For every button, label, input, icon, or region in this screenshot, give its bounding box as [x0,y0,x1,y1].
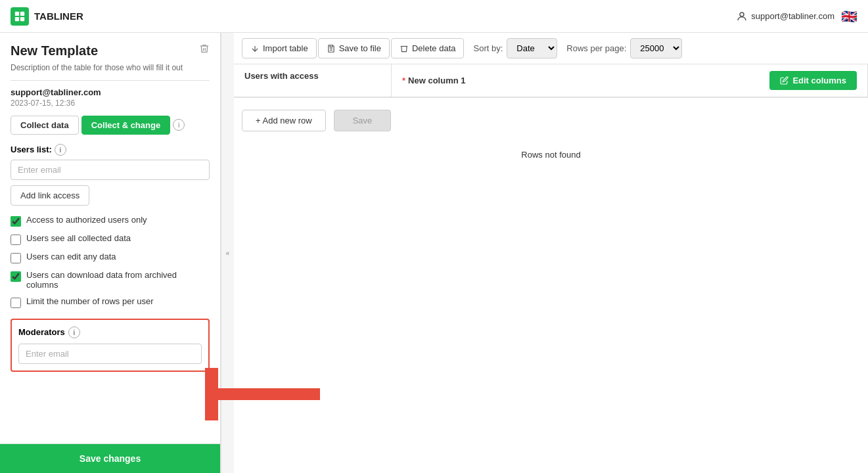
delete-data-icon [400,44,409,53]
checkbox-download-archived[interactable]: Users can download data from archived co… [11,270,210,290]
tab-info-icon[interactable]: i [173,119,185,131]
col-users-with-access: Users with access [234,64,392,97]
table-header: Users with access * New column 1 Edit co… [234,64,868,98]
user-email-display: support@tabliner.com [736,11,834,22]
checkbox-see-all-data[interactable]: Users see all collected data [11,233,210,245]
save-changes-button[interactable]: Save changes [0,444,220,473]
users-list-info-icon[interactable]: i [55,144,66,156]
sort-by-select[interactable]: Date Name ID [507,38,557,58]
edit-columns-button[interactable]: Edit columns [769,71,857,90]
template-header: New Template [11,43,210,58]
owner-date: 2023-07-15, 12:36 [11,99,210,108]
tab-collect-change[interactable]: Collect & change [81,116,170,135]
permissions-checkboxes: Access to authorized users only Users se… [11,215,210,308]
col-new-column-1: * New column 1 Edit columns [392,64,868,97]
checkbox-see-all-data-input[interactable] [11,235,21,245]
import-table-button[interactable]: Import table [242,38,317,58]
content-area: Import table Save to file Delete data So… [234,33,868,473]
checkbox-download-archived-input[interactable] [11,271,21,282]
tab-collect-data[interactable]: Collect data [11,116,79,135]
sort-by-label: Sort by: [473,43,503,53]
topbar-left: TABLINER [11,7,83,26]
checkbox-limit-rows[interactable]: Limit the number of rows per user [11,296,210,308]
users-email-input[interactable] [11,160,210,180]
template-description: Description of the table for those who w… [11,62,210,74]
svg-point-4 [740,12,744,16]
delete-icon[interactable] [199,43,210,56]
svg-rect-3 [20,16,24,20]
template-title: New Template [11,43,98,58]
required-star: * [402,76,405,85]
moderators-label: Moderators i [18,327,202,338]
add-link-access-button[interactable]: Add link access [11,185,89,206]
save-to-file-button[interactable]: Save to file [318,38,390,58]
rows-not-found-message: Rows not found [234,137,868,173]
moderators-section: Moderators i [11,319,210,372]
save-file-icon [327,44,336,53]
svg-rect-1 [20,11,24,15]
divider-1 [11,80,210,81]
topbar: TABLINER support@tabliner.com 🇬🇧 [0,0,868,33]
moderators-info-icon[interactable]: i [68,327,80,338]
content-toolbar: Import table Save to file Delete data So… [234,33,868,64]
delete-data-button[interactable]: Delete data [391,38,465,58]
svg-rect-0 [15,11,19,15]
sidebar-footer: Save changes [0,443,220,473]
language-flag[interactable]: 🇬🇧 [841,9,857,24]
add-new-row-button[interactable]: + Add new row [242,110,326,131]
main-layout: New Template Description of the table fo… [0,33,868,473]
sidebar-collapse-handle[interactable]: « [221,33,234,473]
checkbox-edit-any-data[interactable]: Users can edit any data [11,252,210,263]
rows-per-page-select[interactable]: 25000 1000 500 100 [630,38,682,58]
users-list-label: Users list: i [11,144,210,156]
topbar-right: support@tabliner.com 🇬🇧 [736,9,857,24]
svg-rect-2 [15,16,19,20]
logo-icon [11,7,29,26]
import-icon [250,44,260,53]
checkbox-authorized-only-input[interactable] [11,216,21,227]
edit-icon [780,76,788,85]
owner-email: support@tabliner.com [11,87,210,97]
checkbox-limit-rows-input[interactable] [11,298,21,308]
moderators-email-input[interactable] [18,344,202,364]
sidebar: New Template Description of the table fo… [0,33,221,473]
checkbox-edit-any-data-input[interactable] [11,253,21,263]
checkbox-authorized-only[interactable]: Access to authorized users only [11,215,210,227]
app-title: TABLINER [34,11,83,22]
save-table-button[interactable]: Save [334,110,392,131]
rows-per-page-label: Rows per page: [566,43,626,53]
mode-tabs: Collect data Collect & change i [11,116,210,135]
